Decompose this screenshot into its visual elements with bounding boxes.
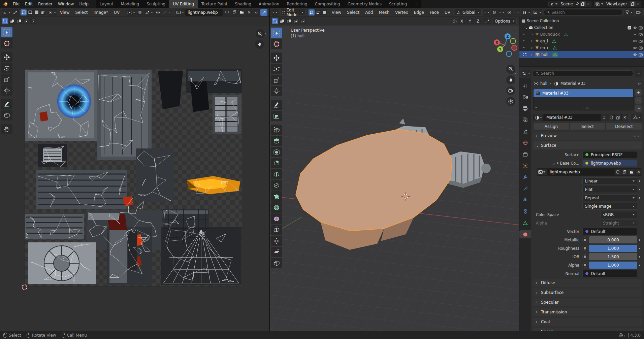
editor-type-3d-icon[interactable] [271,9,279,16]
select-mode-extend[interactable] [9,18,15,24]
image-repeat-arrow-icon[interactable] [260,9,267,16]
tab-rendering[interactable]: Rendering [283,0,311,8]
tool-cursor-2d[interactable] [1,38,12,48]
tool-rotate[interactable] [1,63,12,73]
select-mode-intersect[interactable] [30,18,36,24]
select-mode-new[interactable] [272,18,278,24]
tool-select-box[interactable] [1,27,12,37]
tab-world[interactable] [519,139,531,147]
gizmo-x-neg[interactable] [512,45,517,50]
vp-zoom-button[interactable] [506,65,515,74]
tool-scale[interactable] [1,74,12,84]
new-collection-icon[interactable] [635,9,642,16]
uv-menu-uv[interactable]: UV [111,9,122,15]
add-slot-button[interactable]: + [635,89,642,96]
properties-options-icon[interactable] [635,70,642,77]
color-space-dropdown[interactable]: sRGB [600,211,637,218]
proportional-edit-icon[interactable] [154,9,161,16]
unlink-icon[interactable]: ✕ [621,114,628,121]
users-count[interactable]: 3 [601,114,608,121]
outliner-display-mode-icon[interactable] [521,9,531,16]
tab-tool[interactable] [519,81,531,90]
tab-data[interactable] [519,219,531,227]
hull-mesh[interactable] [296,129,452,250]
row-hull-active[interactable]: › hull [519,51,644,58]
uv-sticky-select-icon[interactable] [47,9,57,16]
unlink-close-icon[interactable]: ✕ [246,9,253,16]
tool-move[interactable] [271,53,282,63]
tab-layout[interactable]: Layout [96,0,117,8]
tool-bevel[interactable] [271,158,282,168]
tab-modifiers[interactable] [519,173,531,181]
menu-edit[interactable]: Edit [22,1,35,7]
subsurface-panel-header[interactable]: › Subsurface [533,289,642,297]
transform-orientation-dropdown[interactable]: Global [455,9,482,16]
image-browse-icon[interactable] [175,9,185,16]
tool-transform[interactable] [271,86,282,96]
blender-logo-icon[interactable] [0,2,10,6]
viewlayer-selector[interactable]: ViewLayer ✕ [594,1,641,7]
uv-select-mode-island[interactable] [40,9,46,15]
vp-ortho-toggle-button[interactable] [506,97,515,106]
tool-edge-slide[interactable] [271,225,282,235]
pin-icon[interactable] [638,81,641,86]
browse-material-icon[interactable] [533,114,544,121]
expand-icon[interactable]: › [531,45,534,50]
folder-icon[interactable] [628,168,635,176]
projection-dropdown[interactable]: Flat [582,186,637,193]
area-splitter[interactable] [519,66,644,67]
uv-texture-image[interactable] [25,69,242,286]
fake-user-shield-icon[interactable] [608,114,615,121]
copy-icon[interactable] [615,114,621,121]
properties-search[interactable] [533,70,633,77]
transmission-panel-header[interactable]: › Transmission [533,308,642,316]
tool-select-box[interactable] [271,28,282,38]
material-specials-icon[interactable] [632,114,642,121]
extension-dropdown[interactable]: Repeat [582,194,637,201]
material-slot-active[interactable]: Material #33 [534,89,633,97]
snap-magnet-icon[interactable] [136,9,143,16]
navigation-gizmo[interactable]: Z X Y [492,32,518,58]
tool-shrink-fatten[interactable] [271,236,282,246]
material-slot-list[interactable]: Material #33 ▸ ::::: [533,89,634,110]
camera-render-icon[interactable] [639,26,643,30]
decorator-dot[interactable] [582,254,587,259]
tool-rip-region[interactable] [1,110,12,121]
vp-menu-vertex[interactable]: Vertex [392,9,411,15]
tab-scripting[interactable]: Scripting [385,0,411,8]
unlink-icon[interactable]: ✕ [635,168,642,176]
tool-move[interactable] [1,52,12,62]
surface-shader-field[interactable]: Principled BSDF [582,151,637,158]
eye-icon[interactable] [633,53,637,56]
mirror-x-button[interactable]: X [458,18,465,24]
decorator-dot[interactable] [582,263,587,268]
vp-menu-uv[interactable]: UV [442,9,453,15]
eye-closed-icon[interactable] [633,33,637,36]
snap-magnet-icon[interactable] [491,9,498,16]
gizmo-y-neg[interactable] [510,38,516,44]
roughness-slider[interactable]: 1.000 [589,245,637,252]
tab-compositing[interactable]: Compositing [311,0,344,8]
snap-settings-icon[interactable] [144,9,154,16]
tool-knife[interactable] [271,180,282,191]
snap-path-icon[interactable] [483,18,491,24]
vp-menu-mesh[interactable]: Mesh [376,9,392,15]
folder-icon[interactable] [238,9,245,16]
tab-object[interactable] [519,162,531,170]
camera-render-icon[interactable] [639,53,643,57]
coat-panel-header[interactable]: › Coat [533,318,642,326]
decorator-dot[interactable] [582,237,587,242]
tool-transform[interactable] [1,85,12,96]
interpolation-dropdown[interactable]: Linear [582,177,637,184]
vp-camera-view-button[interactable] [506,86,515,95]
mirror-z-button[interactable]: Z [475,18,482,24]
options-dropdown[interactable]: Options [493,18,517,25]
material-name-field[interactable]: Material #33 [544,114,601,121]
menu-render[interactable]: Render [35,1,55,7]
breadcrumb-material[interactable]: Material #33 [560,81,586,86]
tab-output[interactable] [519,104,531,112]
expand-icon[interactable]: ⌄ [525,25,527,30]
snap-target-icon[interactable] [483,9,490,16]
diffuse-panel-header[interactable]: › Diffuse [533,279,642,287]
copy-icon[interactable] [231,9,238,16]
